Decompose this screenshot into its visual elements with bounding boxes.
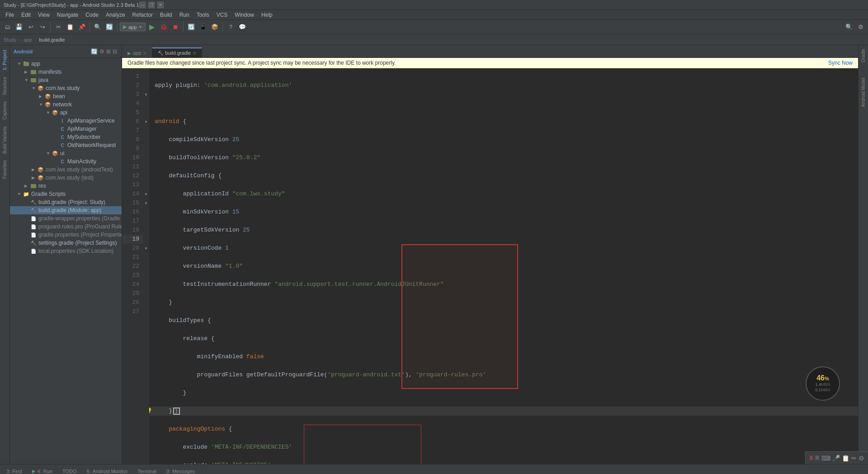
toolbar-search-everywhere-btn[interactable]: 🔍 bbox=[844, 22, 854, 33]
tree-item-proguard[interactable]: 📄 proguard-rules.pro (ProGuard Rules for… bbox=[10, 223, 122, 231]
tree-item-bean[interactable]: ▶ 📦 bean bbox=[10, 92, 122, 100]
toolbar-back-btn[interactable]: 🗂 bbox=[2, 22, 13, 33]
tab-find[interactable]: 3: Find bbox=[2, 467, 27, 474]
tree-item-api[interactable]: ▼ 📦 api bbox=[10, 109, 122, 117]
toolbar-replace-btn[interactable]: 🔄 bbox=[104, 22, 115, 33]
menu-vcs[interactable]: VCS bbox=[213, 11, 231, 19]
minimize-button[interactable]: — bbox=[139, 2, 146, 8]
tab-buildgradle-close[interactable]: ✕ bbox=[193, 51, 196, 56]
tree-item-app[interactable]: ▼ app bbox=[10, 60, 122, 68]
structure-panel-toggle[interactable]: Structure bbox=[1, 74, 8, 98]
toolbar-paste-btn[interactable]: 📌 bbox=[76, 22, 87, 33]
menu-help[interactable]: Help bbox=[258, 11, 276, 19]
sync-now-link[interactable]: Sync Now bbox=[828, 60, 853, 66]
panel-gear-icon[interactable]: ⚙ bbox=[99, 47, 105, 56]
breadcrumb-buildgradle[interactable]: build.gradle bbox=[39, 37, 65, 43]
toolbar-undo-btn[interactable]: ↩ bbox=[25, 22, 36, 33]
android-monitor-num: 6: bbox=[87, 469, 91, 474]
tab-buildgradle[interactable]: 🔨 build.gradle ✕ bbox=[152, 47, 202, 57]
captures-panel-toggle[interactable]: Captures bbox=[1, 99, 8, 123]
tree-item-gradle-wrapper[interactable]: 📄 gradle-wrapper.properties (Gradle Vers… bbox=[10, 214, 122, 223]
menu-tools[interactable]: Tools bbox=[193, 11, 213, 19]
android-model-toggle[interactable]: Android Model bbox=[860, 75, 867, 109]
menu-refactor[interactable]: Refactor bbox=[129, 11, 156, 19]
toolbar-settings-btn[interactable]: ⚙ bbox=[855, 22, 866, 33]
breadcrumb-app[interactable]: app bbox=[24, 37, 32, 43]
toolbar-copy-btn[interactable]: 📋 bbox=[65, 22, 75, 33]
tree-label-manifests: manifests bbox=[38, 69, 61, 75]
fold-gutter: ▼ ▼ ▼ ▼ ▼ bbox=[143, 68, 149, 464]
tree-item-project-gradle[interactable]: 🔨 build.gradle (Project: Study) bbox=[10, 198, 122, 206]
tree-item-androidtest[interactable]: ▶ 📦 com.lwx.study (androidTest) bbox=[10, 166, 122, 174]
tab-app[interactable]: ▶ app ✕ bbox=[122, 48, 152, 57]
tree-item-res[interactable]: ▶ res bbox=[10, 182, 122, 190]
project-panel-toggle[interactable]: 1: Project bbox=[1, 47, 8, 73]
fold-line15[interactable]: ▼ bbox=[143, 199, 149, 208]
toolbar-sync-btn[interactable]: 🔃 bbox=[186, 22, 197, 33]
tab-app-close[interactable]: ✕ bbox=[143, 51, 146, 56]
tree-item-local-properties[interactable]: 📄 local.properties (SDK Location) bbox=[10, 247, 122, 255]
menu-analyze[interactable]: Analyze bbox=[102, 11, 129, 19]
fold-line19 bbox=[143, 235, 149, 244]
tree-item-gradle-scripts[interactable]: ▼ 📁 Gradle Scripts bbox=[10, 190, 122, 198]
tree-item-com-lwx-study[interactable]: ▼ 📦 com.lwx.study bbox=[10, 84, 122, 92]
fold-line6[interactable]: ▼ bbox=[143, 117, 149, 126]
menu-run[interactable]: Run bbox=[176, 11, 193, 19]
tab-run[interactable]: ▶ 4: Run bbox=[28, 467, 57, 474]
tree-item-network[interactable]: ▼ 📦 network bbox=[10, 100, 122, 109]
project-tree: ▼ app ▶ manifests ▼ java ▼ bbox=[10, 58, 122, 464]
tab-android-monitor[interactable]: 6: Android Monitor bbox=[82, 467, 132, 474]
menu-view[interactable]: View bbox=[34, 11, 53, 19]
menu-window[interactable]: Window bbox=[231, 11, 258, 19]
menu-build[interactable]: Build bbox=[156, 11, 176, 19]
panel-expand-icon[interactable]: ⊞ bbox=[105, 47, 112, 56]
code-editor[interactable]: 1 2 3 4 5 6 7 8 9 10 11 12 13 14 15 16 1… bbox=[122, 68, 858, 464]
tab-messages[interactable]: 0: Messages bbox=[162, 467, 199, 474]
tab-terminal[interactable]: Terminal bbox=[133, 467, 161, 474]
code-content[interactable]: apply plugin: 'com.android.application' … bbox=[149, 68, 858, 464]
toolbar-search-btn[interactable]: 🔍 bbox=[92, 22, 103, 33]
debug-button[interactable]: 🐞 bbox=[158, 22, 169, 33]
run-button[interactable]: ▶ bbox=[146, 22, 157, 33]
toolbar-avd-btn[interactable]: 📱 bbox=[198, 22, 208, 33]
line-numbers: 1 2 3 4 5 6 7 8 9 10 11 12 13 14 15 16 1… bbox=[122, 68, 143, 464]
tree-item-mysubscriber[interactable]: C MySubscriber bbox=[10, 133, 122, 141]
fold-line3[interactable]: ▼ bbox=[143, 90, 149, 99]
breadcrumb-study[interactable]: Study bbox=[4, 37, 16, 43]
run-config-selector[interactable]: ▶ app ▼ bbox=[120, 23, 146, 31]
tree-item-test[interactable]: ▶ 📦 com.lwx.study (test) bbox=[10, 174, 122, 182]
fold-line16 bbox=[143, 208, 149, 217]
menu-navigate[interactable]: Navigate bbox=[53, 11, 82, 19]
panel-sync-btn[interactable]: 🔄 bbox=[90, 47, 99, 56]
tree-item-mainactivity[interactable]: C MainActivity bbox=[10, 157, 122, 166]
close-button[interactable]: ✕ bbox=[157, 2, 164, 8]
tab-todo[interactable]: TODO bbox=[58, 467, 81, 474]
toolbar-cut-btn[interactable]: ✂ bbox=[53, 22, 64, 33]
tree-item-java[interactable]: ▼ java bbox=[10, 76, 122, 84]
panel-collapse-icon[interactable]: ⊟ bbox=[112, 47, 118, 56]
tree-item-apimanager[interactable]: C ApiManager bbox=[10, 125, 122, 133]
build-variants-panel-toggle[interactable]: Build Variants bbox=[1, 123, 8, 156]
fold-line20[interactable]: ▼ bbox=[143, 244, 149, 253]
toolbar-help-btn[interactable]: ? bbox=[225, 22, 236, 33]
restore-button[interactable]: ❐ bbox=[148, 2, 155, 8]
fold-line14[interactable]: ▼ bbox=[143, 190, 149, 199]
tree-item-manifests[interactable]: ▶ manifests bbox=[10, 68, 122, 76]
menu-code[interactable]: Code bbox=[82, 11, 102, 19]
tree-item-ui[interactable]: ▼ 📦 ui bbox=[10, 149, 122, 157]
toolbar-redo-btn[interactable]: ↪ bbox=[37, 22, 48, 33]
menu-file[interactable]: File bbox=[2, 11, 18, 19]
toolbar-save-btn[interactable]: 💾 bbox=[14, 22, 24, 33]
tree-item-oldnetworkrequest[interactable]: C OldNetworkRequest bbox=[10, 141, 122, 149]
tree-item-gradle-properties[interactable]: 📄 gradle.properties (Project Properties) bbox=[10, 231, 122, 239]
gradle-panel-toggle[interactable]: Gradle bbox=[860, 45, 867, 66]
tree-item-settings-gradle[interactable]: 🔨 settings.gradle (Project Settings) bbox=[10, 239, 122, 247]
menu-edit[interactable]: Edit bbox=[18, 11, 34, 19]
find-tab-label: Find bbox=[12, 469, 22, 474]
toolbar-feedback-btn[interactable]: 💬 bbox=[237, 22, 248, 33]
tree-item-module-gradle[interactable]: 🔨 build.gradle (Module: app) bbox=[10, 206, 122, 214]
stop-button[interactable]: ⏹ bbox=[170, 22, 181, 33]
tree-item-apimanagerservice[interactable]: I ApiManagerService bbox=[10, 117, 122, 125]
favorites-panel-toggle[interactable]: Favorites bbox=[1, 157, 8, 181]
toolbar-sdk-btn[interactable]: 📦 bbox=[209, 22, 220, 33]
